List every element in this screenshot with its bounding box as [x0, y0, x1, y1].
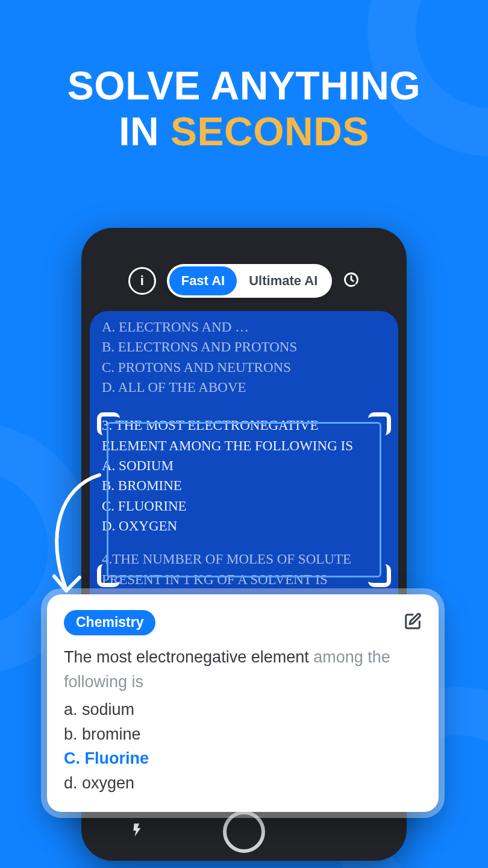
- answer-option-b: b. bromine: [64, 722, 422, 747]
- fast-ai-label: Fast AI: [181, 273, 225, 289]
- notebook-text: 4.THE NUMBER OF MOLES OF SOLUTE: [102, 549, 386, 569]
- notebook-text: D. OXYGEN: [102, 516, 386, 536]
- notebook-text: C. PROTONS AND NEUTRONS: [102, 357, 386, 377]
- notebook-text: C. FLUORINE: [102, 496, 386, 516]
- headline-line2-prefix: IN: [119, 109, 170, 154]
- ultimate-ai-option[interactable]: Ultimate AI: [237, 266, 330, 295]
- headline-line2-highlight: SECONDS: [170, 109, 369, 154]
- subject-chip[interactable]: Chemistry: [64, 610, 155, 635]
- subject-chip-label: Chemistry: [76, 614, 143, 630]
- history-button[interactable]: [343, 271, 360, 291]
- answer-option-c-correct: C. Fluorine: [64, 746, 422, 771]
- answer-card: Chemistry The most electronegative eleme…: [47, 594, 439, 812]
- notebook-text: B. ELECTRONS AND PROTONS: [102, 337, 386, 357]
- notebook-text: 3. THE MOST ELECTRONEGATIVE ELEMENT AMON…: [102, 415, 386, 456]
- answer-question-stem: The most electronegative element among t…: [64, 645, 422, 694]
- flash-icon: [130, 822, 145, 841]
- ultimate-ai-label: Ultimate AI: [249, 273, 318, 289]
- notebook-text: A. SODIUM: [102, 456, 386, 476]
- history-icon: [343, 280, 360, 290]
- edit-icon: [404, 622, 422, 632]
- answer-stem-main: The most electronegative element: [64, 648, 313, 666]
- headline: SOLVE ANYTHING IN SECONDS: [0, 63, 488, 155]
- answer-body: The most electronegative element among t…: [64, 645, 422, 795]
- info-button[interactable]: i: [128, 267, 156, 295]
- notebook-text: B. BROMINE: [102, 476, 386, 495]
- fast-ai-option[interactable]: Fast AI: [169, 266, 237, 295]
- headline-line1: SOLVE ANYTHING: [67, 63, 421, 108]
- edit-button[interactable]: [404, 612, 422, 633]
- info-icon: i: [140, 273, 144, 289]
- answer-option-d: d. oxygen: [64, 771, 422, 796]
- notebook-text: A. ELECTRONS AND …: [102, 317, 386, 337]
- answer-option-a: a. sodium: [64, 697, 422, 722]
- notebook-prev-question: A. ELECTRONS AND … B. ELECTRONS AND PROT…: [102, 317, 386, 397]
- ai-mode-toggle[interactable]: Fast AI Ultimate AI: [167, 264, 333, 298]
- notebook-text: PRESENT IN 1 KG OF A SOLVENT IS: [102, 570, 386, 590]
- flash-button[interactable]: [130, 822, 145, 842]
- notebook-focused-question: 3. THE MOST ELECTRONEGATIVE ELEMENT AMON…: [102, 415, 386, 536]
- notebook-next-question: 4.THE NUMBER OF MOLES OF SOLUTE PRESENT …: [102, 549, 386, 590]
- notebook-text: D. ALL OF THE ABOVE: [102, 377, 386, 397]
- camera-toolbar: i Fast AI Ultimate AI: [81, 264, 407, 298]
